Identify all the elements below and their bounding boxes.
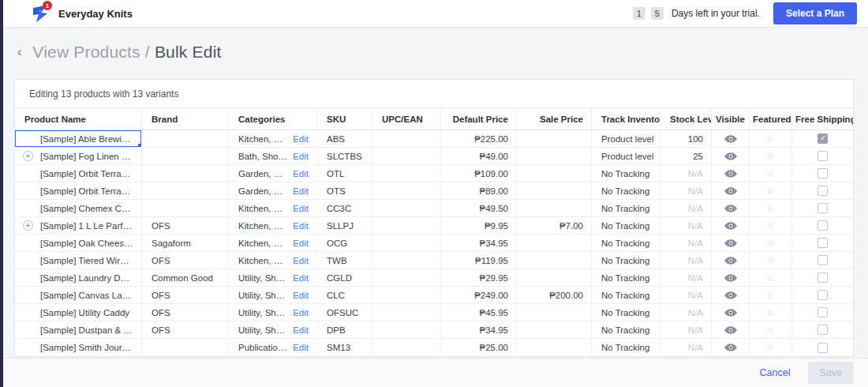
- cell-product-name[interactable]: +[Sample] 1 L Le Parfait Jar: [15, 217, 141, 234]
- cell-default-price[interactable]: ₱9.95: [440, 217, 516, 234]
- cell-sku[interactable]: SLCTBS: [316, 148, 372, 164]
- cell-upc-ean[interactable]: [372, 182, 440, 199]
- cell-upc-ean[interactable]: [372, 252, 440, 269]
- free-shipping-checkbox[interactable]: [817, 133, 828, 144]
- cell-product-name[interactable]: [Sample] Orbit Terrarium - ...: [15, 165, 141, 182]
- cell-sale-price[interactable]: [516, 339, 591, 356]
- cell-sale-price[interactable]: [516, 130, 591, 147]
- visible-eye-icon[interactable]: [724, 152, 737, 160]
- cell-product-name[interactable]: [Sample] Able Brewing Syst...: [15, 130, 141, 147]
- breadcrumb-view-products[interactable]: View Products /: [32, 43, 155, 61]
- cell-default-price[interactable]: ₱29.95: [440, 269, 516, 286]
- edit-categories-link[interactable]: Edit: [293, 204, 309, 213]
- cell-stock-level[interactable]: N/A: [660, 269, 711, 286]
- visible-eye-icon[interactable]: [724, 187, 737, 195]
- cell-track-inventory[interactable]: Product level: [591, 130, 660, 147]
- visible-eye-icon[interactable]: [724, 309, 737, 317]
- cell-product-name[interactable]: [Sample] Utility Caddy: [15, 304, 141, 321]
- cell-brand[interactable]: [141, 130, 228, 147]
- edit-categories-link[interactable]: Edit: [293, 169, 309, 178]
- featured-star-icon[interactable]: ☆: [766, 273, 775, 283]
- cell-upc-ean[interactable]: [372, 235, 440, 251]
- cell-upc-ean[interactable]: [372, 165, 440, 182]
- cell-stock-level[interactable]: N/A: [660, 200, 711, 216]
- cell-product-name[interactable]: [Sample] Orbit Terrarium - ...: [15, 182, 141, 199]
- cell-default-price[interactable]: ₱49.00: [440, 148, 516, 164]
- free-shipping-checkbox[interactable]: [817, 186, 828, 196]
- featured-star-icon[interactable]: ☆: [766, 256, 775, 265]
- featured-star-icon[interactable]: ☆: [766, 169, 775, 178]
- cell-sale-price[interactable]: [516, 304, 591, 321]
- featured-star-icon[interactable]: ☆: [766, 343, 775, 352]
- cell-stock-level[interactable]: N/A: [660, 182, 711, 199]
- visible-eye-icon[interactable]: [724, 257, 737, 265]
- edit-categories-link[interactable]: Edit: [293, 239, 309, 248]
- visible-eye-icon[interactable]: [724, 170, 737, 178]
- cell-upc-ean[interactable]: [372, 148, 440, 164]
- featured-star-icon[interactable]: ☆: [766, 308, 775, 317]
- cell-brand[interactable]: OFS: [141, 321, 228, 338]
- free-shipping-checkbox[interactable]: [817, 238, 828, 248]
- cell-stock-level[interactable]: N/A: [660, 304, 711, 321]
- cell-default-price[interactable]: ₱249.00: [440, 287, 516, 303]
- free-shipping-checkbox[interactable]: [817, 290, 828, 300]
- cell-sku[interactable]: CGLD: [316, 269, 372, 286]
- cell-track-inventory[interactable]: No Tracking: [591, 339, 660, 356]
- featured-star-icon[interactable]: ☆: [766, 204, 775, 213]
- cell-product-name[interactable]: [Sample] Laundry Detergent: [15, 269, 141, 286]
- cell-default-price[interactable]: ₱49.50: [440, 200, 516, 216]
- edit-categories-link[interactable]: Edit: [293, 256, 309, 265]
- cell-sale-price[interactable]: [516, 235, 591, 251]
- cell-brand[interactable]: [141, 182, 228, 199]
- cell-sale-price[interactable]: [516, 182, 591, 199]
- cell-sku[interactable]: OTS: [316, 182, 372, 199]
- free-shipping-checkbox[interactable]: [817, 272, 828, 283]
- cell-track-inventory[interactable]: No Tracking: [591, 165, 660, 182]
- cell-stock-level[interactable]: 25: [660, 148, 711, 164]
- cell-sku[interactable]: DPB: [316, 321, 372, 338]
- cell-sale-price[interactable]: [516, 148, 591, 164]
- cell-track-inventory[interactable]: No Tracking: [591, 200, 660, 216]
- cell-brand[interactable]: OFS: [141, 304, 228, 321]
- visible-eye-icon[interactable]: [724, 326, 737, 334]
- cell-stock-level[interactable]: N/A: [660, 321, 711, 338]
- cell-sale-price[interactable]: [516, 252, 591, 269]
- cell-product-name[interactable]: [Sample] Tiered Wire Basket: [15, 252, 141, 269]
- cell-upc-ean[interactable]: [372, 269, 440, 286]
- cell-default-price[interactable]: ₱89.00: [440, 182, 516, 199]
- cell-sku[interactable]: OFSUC: [316, 304, 372, 321]
- cell-sku[interactable]: SLLPJ: [316, 217, 372, 234]
- cell-brand[interactable]: Common Good: [141, 269, 228, 286]
- edit-categories-link[interactable]: Edit: [293, 134, 309, 144]
- cell-track-inventory[interactable]: No Tracking: [591, 252, 660, 269]
- cell-stock-level[interactable]: N/A: [660, 252, 711, 269]
- free-shipping-checkbox[interactable]: [817, 325, 828, 335]
- cell-default-price[interactable]: ₱109.00: [440, 165, 516, 182]
- cell-default-price[interactable]: ₱45.95: [440, 304, 516, 321]
- cell-brand[interactable]: [141, 339, 228, 356]
- featured-star-icon[interactable]: ☆: [766, 221, 775, 231]
- cell-sku[interactable]: CLC: [316, 287, 372, 303]
- free-shipping-checkbox[interactable]: [817, 168, 828, 178]
- cell-brand[interactable]: Sagaform: [141, 235, 228, 251]
- cell-brand[interactable]: OFS: [141, 252, 228, 269]
- edit-categories-link[interactable]: Edit: [293, 152, 309, 161]
- cell-track-inventory[interactable]: No Tracking: [591, 217, 660, 234]
- cell-sale-price[interactable]: [516, 269, 591, 286]
- cell-track-inventory[interactable]: No Tracking: [591, 235, 660, 251]
- free-shipping-checkbox[interactable]: [817, 307, 828, 317]
- cell-track-inventory[interactable]: Product level: [591, 148, 660, 164]
- store-logo[interactable]: 1: [30, 3, 51, 24]
- cell-sale-price[interactable]: ₱7.00: [516, 217, 591, 234]
- visible-eye-icon[interactable]: [724, 274, 737, 282]
- free-shipping-checkbox[interactable]: [817, 220, 828, 231]
- free-shipping-checkbox[interactable]: [817, 255, 828, 265]
- edit-categories-link[interactable]: Edit: [293, 186, 309, 196]
- expand-variants-icon[interactable]: +: [23, 220, 33, 231]
- notification-badge[interactable]: 1: [43, 1, 52, 10]
- cell-upc-ean[interactable]: [372, 217, 440, 234]
- free-shipping-checkbox[interactable]: [817, 151, 828, 161]
- cell-track-inventory[interactable]: No Tracking: [591, 321, 660, 338]
- cell-sku[interactable]: OCG: [316, 235, 372, 251]
- cell-product-name[interactable]: [Sample] Canvas Laundry C...: [15, 287, 141, 303]
